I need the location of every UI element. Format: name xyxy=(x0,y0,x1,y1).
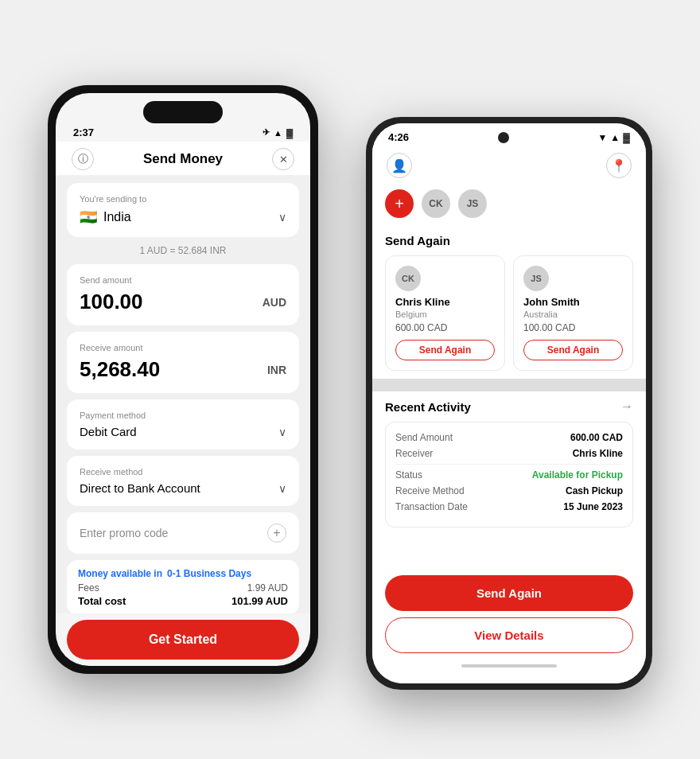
camera-notch xyxy=(498,132,509,143)
sa-button-ck[interactable]: Send Again xyxy=(395,340,495,360)
send-again-title: Send Again xyxy=(385,234,450,247)
recent-activity-title-row: Recent Activity → xyxy=(385,399,633,414)
send-amount-card[interactable]: Send amount 100.00 AUD xyxy=(67,264,299,325)
payment-method-row: Debit Card ∨ xyxy=(80,425,286,438)
fees-row: Fees 1.99 AUD xyxy=(78,582,288,594)
send-again-title-row: Send Again xyxy=(385,234,633,247)
sa-country-js: Australia xyxy=(523,309,623,319)
left-time: 2:37 xyxy=(73,127,94,138)
home-indicator xyxy=(461,664,557,668)
status-value: Available for Pickup xyxy=(532,469,623,481)
fees-label: Fees xyxy=(78,582,99,594)
summary-section: Money available in 0-1 Business Days Fee… xyxy=(67,560,299,613)
receive-method-label: Receive method xyxy=(80,467,286,477)
destination-card[interactable]: You're sending to 🇮🇳 India ∨ xyxy=(67,183,299,237)
view-details-button[interactable]: View Details xyxy=(385,617,633,653)
sa-avatar-ck: CK xyxy=(395,266,421,291)
activity-divider xyxy=(395,464,623,465)
receive-amount-label: Receive amount xyxy=(80,343,286,352)
receiver-value: Chris Kline xyxy=(573,448,623,459)
status-bar-right: 4:26 ▼ ▲ ▓ xyxy=(372,123,646,148)
phones-container: 2:37 ✈ ▲ ▓ ⓘ Send Money ✕ You're sending… xyxy=(48,53,652,706)
status-label: Status xyxy=(395,469,422,481)
payment-method-value: Debit Card xyxy=(80,425,137,438)
get-started-button[interactable]: Get Started xyxy=(67,620,299,660)
add-contact-button[interactable]: + xyxy=(385,189,414,218)
close-icon[interactable]: ✕ xyxy=(272,148,294,170)
send-again-card-js: JS John Smith Australia 100.00 CAD Send … xyxy=(513,255,633,371)
receive-chevron: ∨ xyxy=(278,482,286,495)
destination-label: You're sending to xyxy=(80,194,286,204)
contact-js[interactable]: JS xyxy=(458,189,487,218)
payment-method-card[interactable]: Payment method Debit Card ∨ xyxy=(67,399,299,450)
total-row: Total cost 101.99 AUD xyxy=(78,595,288,607)
phone-left-screen: 2:37 ✈ ▲ ▓ ⓘ Send Money ✕ You're sending… xyxy=(56,93,310,666)
receive-currency: INR xyxy=(267,364,286,376)
right-time: 4:26 xyxy=(388,131,409,143)
wifi-icon: ▲ xyxy=(274,128,282,138)
promo-card[interactable]: Enter promo code + xyxy=(67,512,299,554)
phone-left: 2:37 ✈ ▲ ▓ ⓘ Send Money ✕ You're sending… xyxy=(48,85,318,674)
sa-country-ck: Belgium xyxy=(395,309,495,319)
money-available-row: Money available in 0-1 Business Days xyxy=(78,568,288,579)
send-again-cards: CK Chris Kline Belgium 600.00 CAD Send A… xyxy=(385,255,633,371)
promo-text: Enter promo code xyxy=(80,527,168,539)
right-app-header: 👤 📍 xyxy=(372,148,646,183)
receiver-label: Receiver xyxy=(395,448,433,459)
right-main-content: Send Again CK Chris Kline Belgium 600.00… xyxy=(372,226,646,567)
app-header-left: ⓘ Send Money ✕ xyxy=(56,142,310,175)
fees-value: 1.99 AUD xyxy=(247,582,288,594)
exchange-rate: 1 AUD = 52.684 INR xyxy=(67,243,299,258)
location-icon[interactable]: 📍 xyxy=(606,153,632,178)
right-status-icons: ▼ ▲ ▓ xyxy=(597,132,630,143)
send-currency: AUD xyxy=(262,296,286,309)
receive-method-value: Direct to Bank Account xyxy=(80,481,200,495)
send-again-section: Send Again CK Chris Kline Belgium 600.00… xyxy=(372,226,646,379)
receive-amount-value: 5,268.40 xyxy=(80,357,160,382)
receive-method-row: Direct to Bank Account ∨ xyxy=(80,481,286,495)
transaction-date-row: Transaction Date 15 June 2023 xyxy=(395,501,623,512)
payment-chevron: ∨ xyxy=(278,426,286,438)
business-days: 0-1 Business Days xyxy=(167,568,251,579)
promo-plus-icon[interactable]: + xyxy=(267,524,286,543)
airplane-icon: ✈ xyxy=(262,127,270,138)
spacer xyxy=(372,385,646,391)
destination-chevron: ∨ xyxy=(278,211,286,224)
payment-method-label: Payment method xyxy=(80,411,286,420)
receive-method-activity-label: Receive Method xyxy=(395,485,465,496)
recent-activity-section: Recent Activity → Send Amount 600.00 CAD… xyxy=(372,391,646,567)
receiver-activity-row: Receiver Chris Kline xyxy=(395,448,623,459)
contact-ck[interactable]: CK xyxy=(422,189,450,218)
send-amount-label: Send amount xyxy=(80,275,286,285)
send-amount-activity-row: Send Amount 600.00 CAD xyxy=(395,432,623,443)
transaction-date-label: Transaction Date xyxy=(395,501,468,512)
app-content-left: You're sending to 🇮🇳 India ∨ 1 AUD = 52.… xyxy=(56,175,310,613)
receive-amount-row: 5,268.40 INR xyxy=(80,357,286,382)
recent-activity-title: Recent Activity xyxy=(385,400,471,414)
wifi-icon-right: ▲ xyxy=(610,132,620,143)
battery-icon-right: ▓ xyxy=(623,132,630,143)
sa-button-js[interactable]: Send Again xyxy=(523,340,623,360)
send-again-main-button[interactable]: Send Again xyxy=(385,575,633,611)
destination-row: 🇮🇳 India ∨ xyxy=(80,208,286,226)
receive-method-activity-value: Cash Pickup xyxy=(566,485,623,496)
signal-icon: ▼ xyxy=(597,132,607,143)
status-icons: ✈ ▲ ▓ xyxy=(262,127,293,138)
receive-method-card[interactable]: Receive method Direct to Bank Account ∨ xyxy=(67,456,299,506)
info-icon[interactable]: ⓘ xyxy=(72,148,94,170)
sa-avatar-js: JS xyxy=(523,266,549,291)
phone-right-screen: 4:26 ▼ ▲ ▓ 👤 📍 + CK JS xyxy=(372,123,646,683)
send-amount-activity-label: Send Amount xyxy=(395,432,453,443)
sa-name-ck: Chris Kline xyxy=(395,296,495,308)
send-amount-activity-value: 600.00 CAD xyxy=(570,432,623,443)
status-bar-left: 2:37 ✈ ▲ ▓ xyxy=(56,123,310,142)
total-label: Total cost xyxy=(78,595,126,607)
contacts-bar: + CK JS xyxy=(372,183,646,226)
bottom-buttons: Send Again View Details xyxy=(372,567,646,683)
phone-right: 4:26 ▼ ▲ ▓ 👤 📍 + CK JS xyxy=(366,117,652,690)
activity-card: Send Amount 600.00 CAD Receiver Chris Kl… xyxy=(385,422,633,527)
receive-amount-card[interactable]: Receive amount 5,268.40 INR xyxy=(67,332,299,393)
money-available-label: Money available in xyxy=(78,568,162,579)
profile-icon[interactable]: 👤 xyxy=(387,153,412,178)
activity-arrow-icon[interactable]: → xyxy=(620,399,633,414)
